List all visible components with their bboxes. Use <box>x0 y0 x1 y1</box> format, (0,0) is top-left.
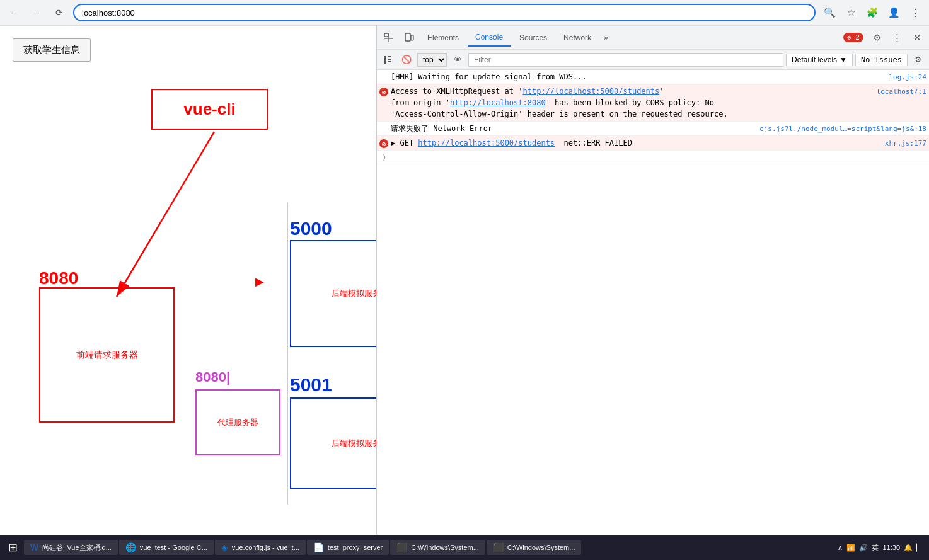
tray-up-arrow[interactable]: ∧ <box>838 544 843 552</box>
backend-server2-box: 后端模拟服务器2 <box>290 397 377 489</box>
tray-network: 📶 <box>846 544 855 552</box>
taskbar-item-word[interactable]: W 尚硅谷_Vue全家桶.d... <box>24 540 118 555</box>
clear-console-button[interactable]: 🚫 <box>398 52 415 68</box>
console-sidebar-button[interactable] <box>379 52 396 68</box>
svg-rect-10 <box>388 61 391 62</box>
tray-notification[interactable]: 🔔 <box>904 544 913 552</box>
word-icon: W <box>30 542 38 552</box>
tray-show-desktop[interactable]: ▏ <box>916 544 921 552</box>
cmd2-icon: ⬛ <box>493 542 504 552</box>
console-source-3[interactable]: cjs.js?l./node_modul…=script&lang=js&:18 <box>759 123 926 133</box>
port-8080-pink-label: 8080| <box>195 369 230 386</box>
proxy-taskbar-icon: 📄 <box>313 542 324 552</box>
console-text-2: Access to XMLHttpRequest at 'http://loca… <box>391 86 872 120</box>
svg-rect-8 <box>388 56 391 57</box>
forward-button[interactable]: → <box>28 4 45 21</box>
address-bar[interactable] <box>73 4 816 21</box>
tray-time: 11:30 <box>882 544 900 551</box>
page-content: 获取学生信息 vue-cli 8080 前端请求服务器 ▶ 8080| <box>0 26 377 560</box>
menu-button[interactable]: ⋮ <box>906 4 924 21</box>
console-expand-arrow[interactable]: 〉 <box>379 152 389 163</box>
profile-button[interactable]: 👤 <box>885 4 903 21</box>
console-text-1: [HMR] Waiting for update signal from WDS… <box>391 71 884 83</box>
svg-rect-6 <box>411 35 413 40</box>
extensions-icon[interactable]: 🧩 <box>863 4 881 21</box>
no-issues-label: No Issues <box>855 54 908 66</box>
error-icon-4: ⊗ <box>379 139 388 148</box>
cors-error-link[interactable]: http://localhost:5000/students <box>523 87 660 96</box>
console-message-2: ⊗ Access to XMLHttpRequest at 'http://lo… <box>377 84 929 122</box>
console-message-4: ⊗ ▶ GET http://localhost:5000/students n… <box>377 136 929 151</box>
tray-speaker: 🔊 <box>859 544 868 552</box>
chrome-label: vue_test - Google C... <box>140 544 207 551</box>
port-5001-label: 5001 <box>290 374 332 396</box>
inspect-element-button[interactable] <box>379 28 398 47</box>
devtools-more-button[interactable]: ⋮ <box>887 28 906 47</box>
cors-origin-link[interactable]: http://localhost:8080 <box>450 98 546 107</box>
taskbar-item-cmd1[interactable]: ⬛ C:\Windows\System... <box>390 540 485 555</box>
tab-console[interactable]: Console <box>468 29 511 47</box>
device-toggle-button[interactable] <box>400 28 418 47</box>
cmd1-icon: ⬛ <box>396 542 407 552</box>
back-button[interactable]: ← <box>5 4 23 21</box>
console-source-4[interactable]: xhr.js:177 <box>885 137 926 147</box>
proxy-taskbar-label: test_proxy_server <box>328 544 383 551</box>
frontend-server-box: 前端请求服务器 <box>39 287 175 423</box>
chrome-icon: 🌐 <box>125 542 136 552</box>
tray-lang: 英 <box>872 543 879 552</box>
zoom-button[interactable]: 🔍 <box>821 4 838 21</box>
devtools-close-button[interactable]: ✕ <box>908 28 926 47</box>
info-icon-1 <box>379 71 389 72</box>
error-badge: ⊗ 2 <box>843 33 863 42</box>
tab-sources[interactable]: Sources <box>512 30 555 46</box>
backend-server1-label: 后端模拟服务器1 <box>332 288 377 299</box>
proxy-server-box: 代理服务器 <box>195 389 280 455</box>
browser-chrome: ← → ⟳ 🔍 ☆ 🧩 👤 ⋮ <box>0 0 929 26</box>
tab-network[interactable]: Network <box>556 30 599 46</box>
devtools-panel: Elements Console Sources Network » ⊗ 2 ⚙… <box>377 26 929 560</box>
main-area: 获取学生信息 vue-cli 8080 前端请求服务器 ▶ 8080| <box>0 26 929 560</box>
taskbar-item-proxy[interactable]: 📄 test_proxy_server <box>307 540 389 555</box>
devtools-tabs: Elements Console Sources Network » ⊗ 2 ⚙… <box>377 26 929 50</box>
error-icon-2: ⊗ <box>379 88 388 96</box>
tab-elements[interactable]: Elements <box>420 30 466 46</box>
cmd1-label: C:\Windows\System... <box>411 544 479 551</box>
browser-toolbar: ← → ⟳ 🔍 ☆ 🧩 👤 ⋮ <box>0 0 929 25</box>
svg-rect-2 <box>384 33 388 37</box>
svg-rect-5 <box>405 33 410 41</box>
frontend-server-label: 前端请求服务器 <box>76 350 138 361</box>
taskbar-item-chrome[interactable]: 🌐 vue_test - Google C... <box>119 540 214 555</box>
console-source-2[interactable]: localhost/:1 <box>877 86 926 96</box>
svg-rect-9 <box>388 59 391 60</box>
bookmark-button[interactable]: ☆ <box>842 4 860 21</box>
console-settings-btn[interactable]: ⚙ <box>910 52 926 68</box>
start-button[interactable]: ⊞ <box>3 537 23 557</box>
taskbar: ⊞ W 尚硅谷_Vue全家桶.d... 🌐 vue_test - Google … <box>0 535 929 560</box>
get-error-link[interactable]: http://localhost:5000/students <box>418 139 555 147</box>
port-5000-label: 5000 <box>290 218 332 239</box>
vue-cli-label: vue-cli <box>183 100 235 119</box>
console-message-3: 请求失败了 Network Error cjs.js?l./node_modul… <box>377 122 929 136</box>
console-toolbar: 🚫 top 👁 Default levels ▼ No Issues ⚙ <box>377 50 929 70</box>
devtools-settings-button[interactable]: ⚙ <box>867 28 886 47</box>
get-info-button[interactable]: 获取学生信息 <box>13 38 91 62</box>
console-text-3: 请求失败了 Network Error <box>391 123 754 134</box>
console-source-1[interactable]: log.js:24 <box>889 71 926 81</box>
reload-button[interactable]: ⟳ <box>50 4 68 21</box>
console-context-select[interactable]: top <box>417 53 447 67</box>
cmd2-label: C:\Windows\System... <box>507 544 575 551</box>
live-expressions-button[interactable]: 👁 <box>449 52 466 68</box>
default-levels-button[interactable]: Default levels ▼ <box>786 54 853 66</box>
console-chevron-line: 〉 <box>377 151 929 164</box>
more-tabs-button[interactable]: » <box>600 31 612 45</box>
backend-server2-label: 后端模拟服务器2 <box>332 438 377 449</box>
taskbar-tray: ∧ 📶 🔊 英 11:30 🔔 ▏ <box>833 543 926 552</box>
taskbar-item-vscode[interactable]: ◈ vue.config.js - vue_t... <box>215 540 306 555</box>
svg-line-1 <box>117 132 214 297</box>
backend-server1-box: 后端模拟服务器1 <box>290 240 377 347</box>
levels-dropdown-icon: ▼ <box>840 55 847 64</box>
console-output: [HMR] Waiting for update signal from WDS… <box>377 70 929 560</box>
taskbar-item-cmd2[interactable]: ⬛ C:\Windows\System... <box>487 540 582 555</box>
console-text-4: ▶ GET http://localhost:5000/students net… <box>391 137 880 149</box>
console-filter-input[interactable] <box>468 53 783 67</box>
